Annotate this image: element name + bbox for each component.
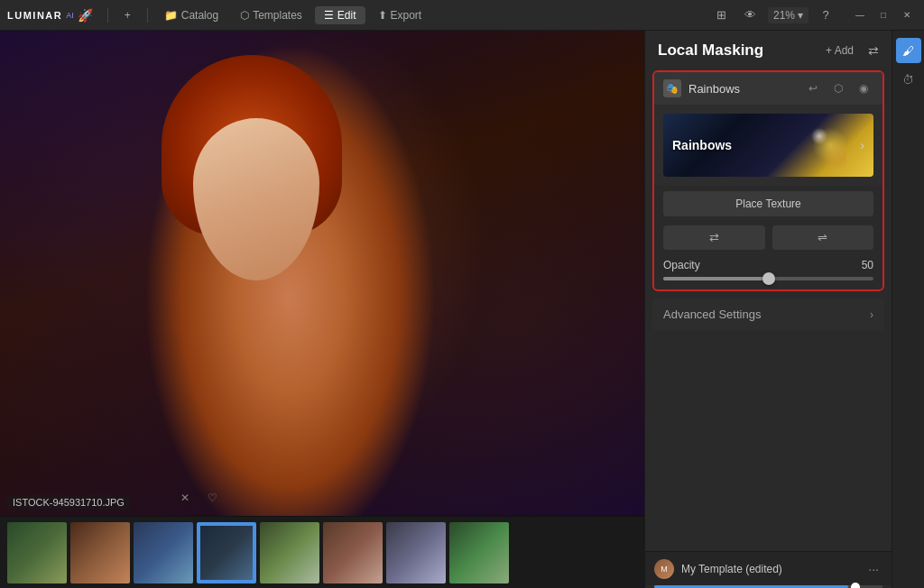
place-texture-label: Place Texture: [735, 198, 801, 210]
template-slider-thumb[interactable]: [851, 583, 860, 589]
flip-h-icon: ⇄: [709, 231, 719, 244]
thumb-1-inner: [70, 522, 130, 583]
rainbows-layer-section: 🎭 Rainbows ↩ ⬡ ◉ Rainbows ›: [652, 70, 884, 291]
right-panel: Local Masking + Add ⇄ 🎭 Rainbows ↩ ⬡: [644, 31, 924, 588]
catalog-nav-button[interactable]: 📁 Catalog: [155, 6, 227, 24]
zoom-label: 21%: [773, 9, 795, 22]
tool-row: ⇄ ⇌: [654, 222, 882, 253]
layer-name-label: Rainbows: [688, 82, 796, 96]
zoom-control[interactable]: 21% ▾: [768, 7, 808, 23]
flip-horizontal-button[interactable]: ⇄: [663, 225, 765, 250]
app-name: LUMINAR: [7, 10, 62, 21]
opacity-value: 50: [862, 259, 873, 271]
thumbnail-2[interactable]: [134, 522, 193, 583]
close-button[interactable]: ✕: [897, 5, 917, 25]
main-layout: ISTOCK-945931710.JPG ✕ ♡: [0, 31, 924, 588]
catalog-label: Catalog: [181, 9, 218, 22]
export-nav-button[interactable]: ⬆ Export: [369, 6, 431, 24]
sliders-icon[interactable]: ⇄: [868, 43, 879, 58]
catalog-icon: 📁: [164, 9, 178, 22]
layer-visibility-button[interactable]: ◉: [854, 78, 873, 98]
thumbnail-1[interactable]: [70, 522, 130, 583]
brush-icon: 🖌: [902, 44, 914, 58]
rocket-icon: 🚀: [78, 8, 93, 23]
nav-divider-2: [147, 8, 148, 23]
advanced-settings-row[interactable]: Advanced Settings ›: [652, 299, 884, 330]
export-label: Export: [391, 9, 422, 22]
layer-undo-button[interactable]: ↩: [803, 78, 823, 98]
opacity-row: Opacity 50: [654, 255, 882, 289]
layer-actions: ↩ ⬡ ◉: [803, 78, 873, 98]
texture-preview-area: Rainbows ›: [654, 105, 882, 186]
edit-label: Edit: [337, 9, 356, 22]
templates-nav-button[interactable]: ⬡ Templates: [231, 6, 311, 24]
sliders-adjust-icon: ⇌: [818, 231, 827, 244]
template-options-button[interactable]: ···: [864, 558, 882, 580]
navbar: LUMINARAI 🚀 + 📁 Catalog ⬡ Templates ☰ Ed…: [0, 0, 924, 31]
grid-view-button[interactable]: ⊞: [710, 4, 734, 27]
layer-settings-button[interactable]: ⬡: [828, 78, 848, 98]
add-button[interactable]: +: [116, 6, 140, 24]
nav-divider-1: [107, 8, 108, 23]
opacity-label: Opacity: [663, 259, 700, 271]
thumb-0-inner: [7, 522, 67, 583]
opacity-label-row: Opacity 50: [663, 259, 873, 271]
minimize-button[interactable]: —: [850, 5, 870, 25]
thumb-4-inner: [260, 522, 319, 583]
opacity-slider-thumb[interactable]: [762, 272, 775, 285]
thumbnail-5[interactable]: [323, 522, 383, 583]
thumb-2-inner: [134, 522, 193, 583]
filmstrip: ISTOCK-945931710.JPG ✕ ♡: [0, 516, 644, 588]
template-bar: M My Template (edited) ···: [645, 551, 892, 585]
add-mask-button[interactable]: + Add: [818, 41, 861, 60]
history-tool-button[interactable]: ⏱: [896, 67, 921, 92]
templates-label: Templates: [253, 9, 302, 22]
export-icon: ⬆: [378, 9, 387, 22]
brush-tool-button[interactable]: 🖌: [896, 38, 921, 63]
clock-icon: ⏱: [902, 73, 914, 87]
layer-type-icon: 🎭: [663, 79, 681, 97]
texture-name-label: Rainbows: [672, 138, 732, 152]
filename-label: ISTOCK-945931710.JPG: [7, 495, 130, 510]
texture-stars-decoration: [792, 123, 846, 168]
adjust-button[interactable]: ⇌: [772, 225, 874, 250]
tool-rail: 🖌 ⏱: [892, 31, 924, 588]
maximize-button[interactable]: □: [873, 5, 893, 25]
preview-button[interactable]: 👁: [739, 4, 762, 27]
filmstrip-close-button[interactable]: ✕: [180, 492, 189, 504]
photo-canvas[interactable]: [0, 31, 644, 516]
edit-nav-button[interactable]: ☰ Edit: [315, 6, 365, 24]
window-controls: — □ ✕: [850, 5, 917, 25]
template-avatar: M: [654, 559, 674, 579]
templates-icon: ⬡: [240, 9, 249, 22]
photo-image: [0, 31, 644, 516]
texture-thumbnail[interactable]: Rainbows ›: [663, 114, 873, 177]
thumb-3-inner: [199, 524, 254, 582]
help-button[interactable]: ?: [814, 4, 837, 27]
thumbnail-4[interactable]: [260, 522, 319, 583]
close-icon: ✕: [903, 10, 910, 20]
texture-arrow-icon: ›: [860, 138, 864, 152]
edit-icon: ☰: [324, 9, 334, 22]
thumbnail-7[interactable]: [449, 522, 509, 583]
thumb-5-inner: [323, 522, 383, 583]
filmstrip-heart-button[interactable]: ♡: [208, 492, 217, 504]
thumb-7-inner: [449, 522, 509, 583]
minimize-icon: —: [855, 10, 864, 20]
place-texture-button[interactable]: Place Texture: [663, 191, 873, 216]
panel-content: Local Masking + Add ⇄ 🎭 Rainbows ↩ ⬡: [645, 31, 892, 588]
thumbnail-0[interactable]: [7, 522, 67, 583]
app-ai-label: AI: [66, 11, 74, 20]
thumbnail-3-active[interactable]: [197, 522, 256, 583]
navbar-right: ⊞ 👁 21% ▾ ? — □ ✕: [710, 4, 917, 27]
template-name-label: My Template (edited): [681, 563, 857, 575]
app-logo: LUMINARAI 🚀: [7, 8, 93, 23]
opacity-slider[interactable]: [663, 277, 873, 280]
thumbnail-6[interactable]: [386, 522, 446, 583]
layer-header: 🎭 Rainbows ↩ ⬡ ◉: [654, 72, 882, 105]
local-masking-header: Local Masking + Add ⇄: [645, 31, 892, 67]
panel-inner: Local Masking + Add ⇄ 🎭 Rainbows ↩ ⬡: [645, 31, 924, 588]
local-masking-title: Local Masking: [658, 41, 763, 60]
chevron-down-icon: ›: [870, 308, 873, 321]
maximize-icon: □: [881, 10, 886, 20]
